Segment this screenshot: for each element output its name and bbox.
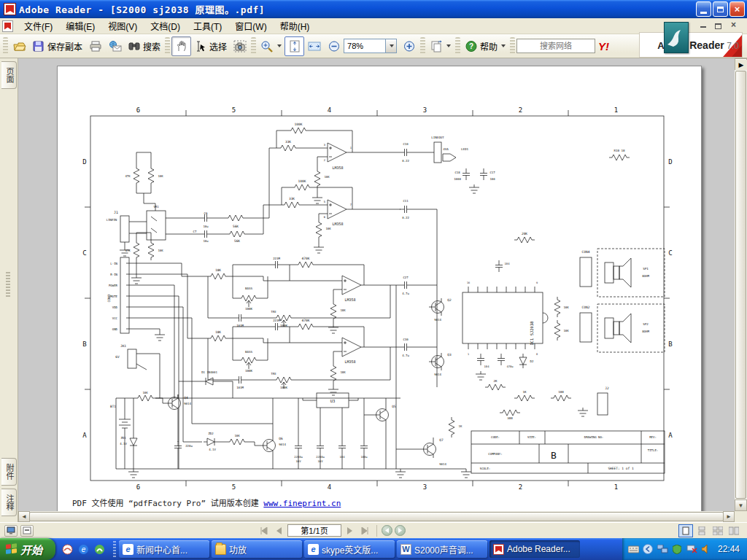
zoom-in-tool-button[interactable] — [258, 36, 285, 56]
pane-toggle-button[interactable] — [20, 525, 34, 537]
task-label: 功放 — [229, 543, 247, 556]
schematic-label: 103M — [236, 324, 244, 327]
previous-view-button[interactable] — [382, 525, 392, 536]
toolbar-overflow-button[interactable]: ▶ — [735, 60, 747, 70]
page-display-button[interactable] — [427, 36, 454, 56]
help-button[interactable]: ? 帮助 — [462, 36, 508, 56]
schematic-label: R10 10 — [614, 149, 625, 152]
menu-item-0[interactable]: 文件(F) — [18, 18, 59, 34]
toolbar-gripper[interactable] — [3, 37, 8, 55]
pages-icon — [430, 40, 443, 52]
schematic-label: 18K — [215, 268, 221, 272]
page-display-caret — [446, 44, 451, 47]
next-view-button[interactable] — [395, 525, 406, 536]
scroll-right-button[interactable]: ► — [723, 511, 735, 522]
menu-item-6[interactable]: 帮助(H) — [274, 18, 317, 34]
toolbar-gripper[interactable] — [420, 37, 425, 55]
hide-tray-icons-button[interactable] — [643, 544, 654, 555]
toolbar-gripper[interactable] — [251, 37, 256, 55]
zone-label: 3 — [423, 483, 427, 491]
sidebar-tab-b1[interactable]: 注释 — [1, 489, 17, 516]
taskbar-task[interactable]: S2000声音调... — [397, 540, 487, 558]
next-page-button[interactable] — [344, 524, 357, 537]
menu-item-5[interactable]: 窗口(W) — [228, 18, 273, 34]
menu-item-2[interactable]: 视图(V) — [101, 18, 144, 34]
taskbar-task[interactable]: 新闻中心首... — [119, 540, 209, 558]
ie-news-icon[interactable] — [61, 543, 74, 556]
start-button[interactable]: 开始 — [0, 538, 55, 560]
zoom-level-dropdown[interactable] — [386, 39, 397, 53]
scroll-left-button[interactable]: ◄ — [18, 511, 30, 522]
internet-explorer-icon[interactable]: e — [77, 543, 90, 556]
taskbar-task[interactable]: 功放 — [212, 540, 302, 558]
collapse-icon — [23, 526, 31, 534]
toolbar-gripper[interactable] — [510, 37, 515, 55]
select-tool-button[interactable]: 选择 — [191, 36, 230, 56]
page-view-option-button[interactable] — [4, 525, 18, 537]
doc-minimize-button[interactable] — [698, 20, 708, 29]
schematic-label: 10K — [158, 174, 163, 178]
menu-item-3[interactable]: 文档(D) — [144, 18, 187, 34]
msn-messenger-icon[interactable] — [93, 543, 106, 556]
navigation-tab-strip: 页面 附件注释 — [0, 58, 18, 522]
pane-splitter-handle[interactable] — [6, 272, 10, 297]
restore-button[interactable] — [713, 1, 728, 17]
schematic-label: 103M — [236, 386, 244, 389]
schematic-label: REV: — [649, 435, 657, 439]
horizontal-scroll-thumb[interactable] — [29, 512, 724, 521]
last-page-button[interactable] — [359, 524, 372, 537]
schematic-label: 9014 — [434, 373, 441, 376]
vertical-scrollbar[interactable]: ▲ ▼ — [735, 58, 747, 511]
schematic-label: LINEIN — [107, 218, 117, 222]
schematic-label: 300 — [507, 416, 513, 420]
zoom-out-button[interactable] — [324, 36, 344, 56]
network-disconnected-icon[interactable] — [686, 544, 697, 555]
previous-page-button[interactable] — [272, 524, 285, 537]
toolbar-gripper[interactable] — [455, 37, 460, 55]
network-icon[interactable] — [657, 544, 668, 555]
pdf-page: J1LINEIN47K10K47K10KVR1C610uC710u56K56K1… — [57, 66, 702, 511]
document-pane[interactable]: J1LINEIN47K10K47K10KVR1C610uC710u56K56K1… — [18, 58, 735, 511]
taskbar-task[interactable]: Adobe Reader... — [489, 540, 580, 558]
task-label: S2000声音调... — [414, 543, 473, 556]
volume-icon[interactable] — [701, 544, 712, 555]
single-page-layout-button[interactable] — [678, 524, 693, 537]
snapshot-tool-button[interactable] — [230, 36, 249, 56]
fit-width-button[interactable] — [304, 36, 324, 56]
vertical-scroll-thumb[interactable] — [735, 71, 746, 499]
continuous-layout-button[interactable] — [694, 524, 709, 537]
schematic-label: 9 — [536, 281, 538, 284]
taskbar-task[interactable]: skype英文版... — [304, 540, 395, 558]
open-button[interactable] — [9, 36, 29, 56]
print-button[interactable] — [85, 36, 105, 56]
fit-page-button[interactable] — [285, 36, 304, 56]
scroll-down-button[interactable]: ▼ — [735, 499, 747, 511]
sidebar-tab-b0[interactable]: 附件 — [1, 458, 17, 486]
menu-item-1[interactable]: 编辑(E) — [59, 18, 101, 34]
minimize-button[interactable] — [696, 1, 711, 17]
page-indicator[interactable]: 第1/1页 — [287, 524, 341, 537]
keyboard-layout-icon[interactable] — [628, 544, 639, 555]
security-shield-icon[interactable] — [672, 544, 683, 555]
close-button[interactable]: × — [729, 1, 745, 17]
continuous-facing-layout-button[interactable] — [711, 524, 725, 537]
first-page-button[interactable] — [257, 524, 270, 537]
search-button[interactable]: 搜索 — [125, 36, 163, 56]
toolbar-gripper[interactable] — [165, 37, 170, 55]
sidebar-tab-0[interactable]: 页面 — [1, 61, 17, 89]
zone-label: 4 — [328, 106, 331, 114]
menu-item-4[interactable]: 工具(T) — [187, 18, 228, 34]
footer-link[interactable]: www.fineprint.cn — [263, 499, 341, 508]
zoom-level-input[interactable]: 78% — [344, 39, 386, 53]
email-button[interactable] — [105, 36, 125, 56]
page-layout-buttons — [678, 524, 741, 537]
doc-close-button[interactable]: × — [729, 20, 738, 29]
doc-restore-button[interactable] — [713, 20, 723, 29]
zoom-in-button[interactable] — [399, 36, 419, 56]
web-search-input[interactable] — [516, 39, 595, 53]
hand-tool-button[interactable] — [171, 36, 191, 56]
save-copy-button[interactable]: 保存副本 — [29, 36, 85, 56]
horizontal-scrollbar[interactable]: ◄ ► — [18, 511, 735, 522]
schematic-label: VDD — [112, 306, 118, 309]
facing-layout-button[interactable] — [727, 524, 741, 537]
